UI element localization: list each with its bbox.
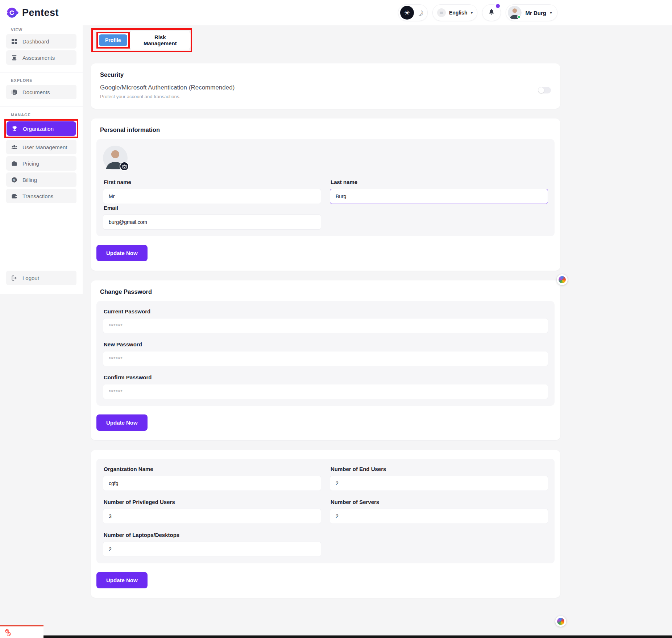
dashboard-icon [11,38,17,45]
sidebar-section-explore: EXPLORE Documents [0,72,83,99]
servers-label: Number of Servers [331,499,547,505]
floating-extension-button[interactable] [557,274,568,285]
sidebar-item-label: Documents [22,89,50,95]
auth-method-title: Google/Microsoft Authentication (Recomme… [100,84,235,91]
briefcase-icon [11,160,17,167]
assessments-icon [11,55,17,61]
org-row-1: Organization Name Number of End Users [103,465,548,491]
sidebar-item-pricing[interactable]: Pricing [6,156,76,171]
first-name-input[interactable] [103,189,321,204]
user-menu[interactable]: Mr Burg ▾ [506,4,557,21]
priv-users-label: Number of Privileged Users [104,499,320,505]
new-password-input[interactable] [103,351,548,366]
flag-icon [437,8,446,17]
section-label-manage: MANAGE [11,113,83,117]
sidebar: Pentest VIEW Dashboard Assessments EXPLO… [0,0,83,294]
top-header: ☀ ☾ English ▾ Mr Burg ▾ [83,0,672,25]
email-label: Email [104,205,320,211]
laravel-debugbar-icon [4,628,12,636]
priv-users-group: Number of Privileged Users [103,491,321,524]
logout-icon [11,275,17,281]
personal-update-button[interactable]: Update Now [96,245,148,261]
sidebar-item-user-management[interactable]: User Management [6,140,76,154]
annotation-box-tabs: Profile Risk Management [91,28,192,52]
sun-icon[interactable]: ☀ [400,6,414,20]
chevron-down-icon: ▾ [470,10,473,15]
personal-info-title: Personal information [100,126,555,133]
sidebar-item-label: Billing [22,177,37,183]
sidebar-nav: VIEW Dashboard Assessments EXPLORE Do [0,22,83,205]
org-row-3: Number of Laptops/Desktops [103,524,548,557]
theme-toggle[interactable]: ☀ ☾ [398,4,428,21]
security-auth-text: Google/Microsoft Authentication (Recomme… [100,84,235,99]
current-password-input[interactable] [103,318,548,333]
tab-profile[interactable]: Profile [99,34,127,46]
logout-button[interactable]: Logout [6,271,76,285]
sidebar-item-label: Organization [23,126,54,132]
sidebar-item-organization[interactable]: Organization [7,121,76,136]
tab-bar: Profile Risk Management [96,32,191,48]
org-name-input[interactable] [103,476,321,491]
organization-panel: Organization Name Number of End Users Nu… [96,459,555,563]
org-name-label: Organization Name [104,466,320,472]
svg-text:$: $ [13,178,16,182]
end-users-input[interactable] [330,476,548,491]
debugbar-panel[interactable] [0,625,43,638]
main-content: Profile Risk Management Security Google/… [91,28,560,598]
personal-info-panel: First name Last name Email [96,139,555,236]
sidebar-item-transactions[interactable]: Transactions [6,189,76,203]
laptops-group: Number of Laptops/Desktops [103,524,321,557]
online-status-dot [517,15,521,19]
notifications-button[interactable] [482,4,501,21]
tab-risk-management[interactable]: Risk Management [131,31,189,50]
last-name-group: Last name [330,178,548,204]
floating-extension-button[interactable] [555,616,566,627]
sidebar-item-label: Transactions [22,193,53,199]
moon-icon[interactable]: ☾ [415,7,426,18]
language-selector[interactable]: English ▾ [432,4,478,21]
brand-logo[interactable]: Pentest [0,0,83,22]
last-name-input[interactable] [330,189,548,204]
end-users-label: Number of End Users [331,466,547,472]
annotation-box-organization: Organization [4,119,78,138]
priv-users-input[interactable] [103,509,321,524]
security-card: Security Google/Microsoft Authentication… [91,63,560,109]
sidebar-item-billing[interactable]: $ Billing [6,172,76,187]
documents-icon [11,89,17,95]
change-password-title: Change Password [100,288,555,295]
servers-group: Number of Servers [330,491,548,524]
bottom-bar [43,635,672,638]
email-row: Email [103,204,548,230]
org-name-group: Organization Name [103,465,321,491]
last-name-label: Last name [331,179,547,185]
sidebar-section-manage: MANAGE Organization User Management [0,107,83,203]
sidebar-item-dashboard[interactable]: Dashboard [6,34,76,49]
password-update-button[interactable]: Update Now [96,414,148,431]
confirm-password-label: Confirm Password [104,374,547,380]
current-password-label: Current Password [104,308,547,314]
annotation-box-profile-tab: Profile [96,32,130,49]
change-photo-button[interactable] [120,162,129,171]
extension-logo-icon [559,276,566,283]
email-group: Email [103,204,321,230]
sidebar-item-documents[interactable]: Documents [6,85,76,99]
sidebar-item-label: Dashboard [22,38,49,45]
laptops-input[interactable] [103,542,321,557]
section-label-explore: EXPLORE [11,78,83,83]
org-row-2: Number of Privileged Users Number of Ser… [103,491,548,524]
first-name-label: First name [104,179,320,185]
organization-update-button[interactable]: Update Now [96,572,148,588]
end-users-group: Number of End Users [330,465,548,491]
sidebar-item-assessments[interactable]: Assessments [6,50,76,65]
personal-info-card: Personal information First name Last nam… [91,118,560,271]
profile-avatar-wrap [103,146,128,170]
dollar-circle-icon: $ [11,177,17,183]
pentest-logo-icon [7,7,19,19]
confirm-password-input[interactable] [103,384,548,399]
email-input[interactable] [103,214,321,230]
servers-input[interactable] [330,509,548,524]
security-title: Security [100,71,555,78]
laptops-label: Number of Laptops/Desktops [104,532,320,538]
security-auth-row: Google/Microsoft Authentication (Recomme… [96,79,555,103]
auth-toggle[interactable] [538,87,551,93]
